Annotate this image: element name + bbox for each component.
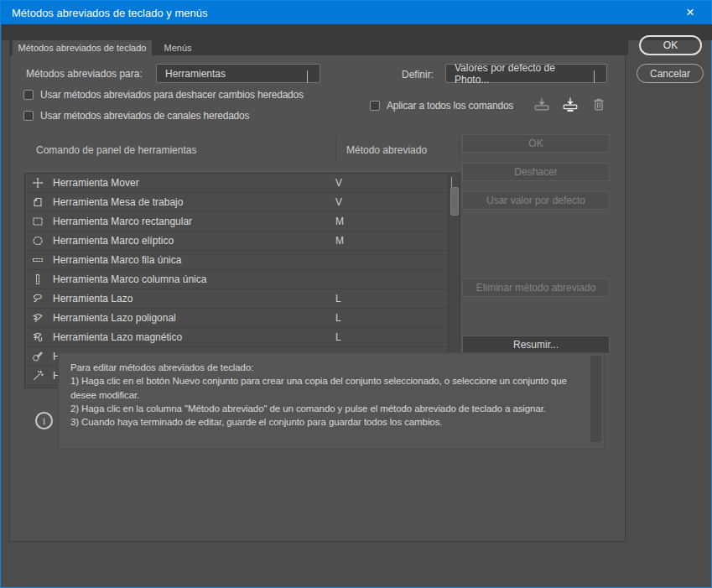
move-tool-icon (31, 176, 44, 190)
set-value: Valores por defecto de Photo... (455, 62, 588, 86)
apply-all-checkbox[interactable] (370, 101, 380, 111)
table-row[interactable]: Herramienta Marco fila única (25, 251, 460, 270)
legacy-channels-checkbox[interactable] (23, 111, 34, 121)
tab-keyboard-shortcuts[interactable]: Métodos abreviados de teclado (13, 40, 152, 55)
apply-all-label: Aplicar a todos los comandos (387, 100, 513, 112)
ellipse-marquee-icon (31, 234, 44, 247)
set-action-icons (533, 96, 607, 112)
tool-name: Herramienta Marco rectangular (53, 216, 192, 227)
legacy-channels-label: Usar métodos abreviados de canales hered… (40, 110, 249, 122)
use-default-button[interactable]: Usar valor por defecto (462, 191, 610, 210)
poly-lasso-tool-icon (31, 311, 44, 325)
tool-name: Herramienta Lazo poligonal (53, 312, 176, 324)
dialog-title: Métodos abreviados de teclado y menús (1, 7, 207, 19)
tool-name: Herramienta Mover (53, 177, 139, 189)
legacy-undo-checkrow: Usar métodos abreviados para deshacer ca… (23, 89, 304, 101)
shortcut-cell[interactable]: V (335, 177, 342, 189)
header-band (2, 24, 712, 40)
chevron-down-icon (307, 70, 313, 76)
tool-name: Herramienta Marco fila única (53, 254, 181, 266)
shortcut-cell[interactable]: M (335, 216, 344, 227)
table-row[interactable]: Herramienta Mesa de trabajoV (25, 193, 460, 212)
quick-select-tool-icon (31, 350, 44, 363)
shortcuts-for-value: Herramientas (165, 68, 226, 80)
table-row[interactable]: Herramienta MoverV (25, 174, 460, 193)
title-bar: Métodos abreviados de teclado y menús × (1, 1, 711, 24)
table-row[interactable]: Herramienta Marco rectangularM (25, 212, 460, 232)
tool-name: Herramienta Marco columna única (53, 273, 206, 285)
tool-name: Herramienta Lazo (53, 293, 133, 304)
table-row[interactable]: Herramienta LazoL (25, 289, 460, 309)
shortcut-cell[interactable]: L (335, 312, 341, 324)
tool-name: Herramienta Lazo magnético (53, 331, 182, 343)
table-row[interactable]: Herramienta Lazo poligonalL (25, 309, 460, 328)
tab-menus[interactable]: Menús (152, 40, 204, 55)
header-right-divider (459, 137, 460, 161)
table-row[interactable]: Herramienta Lazo magnéticoL (25, 328, 460, 347)
table-row[interactable]: Herramienta Marco columna única (25, 270, 460, 289)
chevron-up-icon[interactable] (451, 177, 458, 184)
info-scrollbar[interactable] (590, 356, 601, 447)
single-col-marquee-icon (31, 273, 44, 286)
save-set-icon[interactable] (533, 96, 550, 112)
shortcut-cell[interactable]: M (335, 235, 344, 247)
shortcut-cell[interactable]: L (335, 331, 341, 343)
summarize-button[interactable]: Resumir... (462, 336, 610, 354)
undo-button[interactable]: Deshacer (462, 163, 610, 181)
close-icon[interactable]: × (676, 1, 704, 24)
apply-all-checkrow: Aplicar a todos los comandos (370, 100, 513, 112)
info-line: 2) Haga clic en la columna "Método abrev… (70, 402, 582, 415)
info-line: 1) Haga clic en el botón Nuevo conjunto … (70, 374, 582, 402)
tool-name: Herramienta Mesa de trabajo (53, 196, 183, 208)
lasso-tool-icon (31, 292, 44, 305)
scrollbar-thumb[interactable] (450, 187, 459, 216)
info-line: 3) Cuando haya terminado de editar, guar… (70, 415, 582, 429)
magnetic-lasso-tool-icon (31, 330, 44, 344)
column-header-shortcut: Método abreviado (346, 144, 427, 156)
artboard-tool-icon (31, 195, 44, 209)
delete-set-icon[interactable] (590, 96, 607, 112)
save-set-as-icon[interactable] (561, 96, 579, 112)
table-row[interactable]: Herramienta Marco elípticoM (25, 232, 460, 251)
tool-name: Herramienta Marco elíptico (53, 235, 174, 247)
magic-wand-tool-icon (31, 369, 44, 382)
column-header-command: Comando de panel de herramientas (36, 144, 196, 156)
cancel-button[interactable]: Cancelar (637, 64, 704, 83)
legacy-undo-checkbox[interactable] (23, 90, 34, 100)
set-select[interactable]: Valores por defecto de Photo... (445, 64, 607, 83)
ok-button[interactable]: OK (639, 35, 702, 55)
chevron-down-icon (594, 70, 600, 76)
legacy-channels-checkrow: Usar métodos abreviados de canales hered… (23, 110, 249, 122)
keyboard-shortcuts-dialog: Métodos abreviados de teclado y menús × … (0, 0, 712, 588)
set-label: Definir: (402, 69, 434, 81)
header-divider (335, 137, 336, 161)
ok-accept-shortcut-button[interactable]: OK (462, 134, 610, 153)
rect-marquee-icon (31, 215, 44, 228)
shortcut-cell[interactable]: L (335, 293, 341, 304)
shortcuts-for-label: Métodos abreviados para: (26, 68, 143, 80)
tab-strip: Métodos abreviados de teclado Menús (9, 40, 628, 55)
legacy-undo-label: Usar métodos abreviados para deshacer ca… (40, 89, 304, 101)
delete-shortcut-button[interactable]: Eliminar método abreviado (462, 278, 610, 297)
single-row-marquee-icon (31, 253, 44, 267)
info-box: Para editar métodos abreviados de teclad… (58, 352, 605, 450)
shortcut-cell[interactable]: V (335, 196, 342, 208)
shortcuts-for-select[interactable]: Herramientas (156, 64, 320, 83)
info-icon: i (35, 412, 53, 429)
info-line: Para editar métodos abreviados de teclad… (70, 361, 582, 374)
